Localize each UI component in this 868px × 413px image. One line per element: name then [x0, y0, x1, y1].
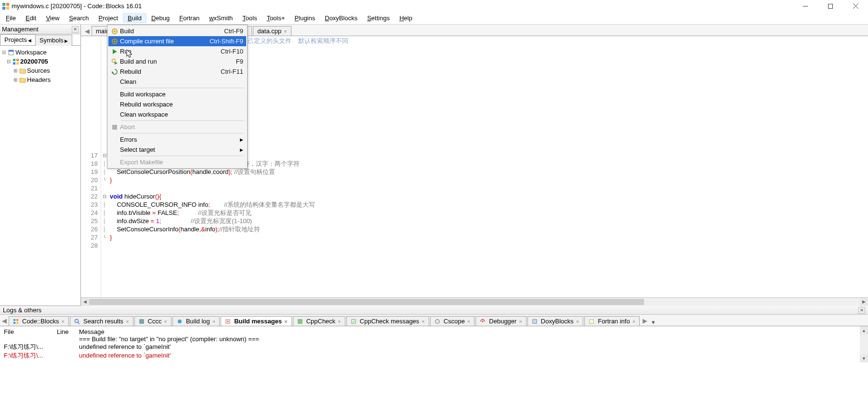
- log-tab-cscope[interactable]: Cscope×: [430, 316, 475, 326]
- log-tab-icon: [74, 319, 81, 324]
- menu-build[interactable]: Build: [123, 13, 146, 23]
- log-row[interactable]: F:\练习练习\...undefined reference to `gameI…: [4, 351, 864, 360]
- line-gutter: 171819202122232425262728: [81, 36, 101, 297]
- tab-close-icon[interactable]: ×: [164, 319, 167, 324]
- project-tree: ⊟ Workspace ⊟ 20200705 ⊞ Sources ⊞ Heade…: [0, 46, 80, 86]
- log-tab-icon: [225, 319, 232, 324]
- log-tab-code-blocks[interactable]: Code::Blocks×: [9, 316, 69, 326]
- log-tab-doxyblocks[interactable]: DoxyBlocks×: [527, 316, 583, 326]
- log-tab-cccc[interactable]: Cccc×: [134, 316, 171, 326]
- log-tab-icon: [589, 319, 595, 324]
- build-menu-build-and-run[interactable]: Build and runF9: [108, 56, 246, 67]
- menu-settings[interactable]: Settings: [362, 13, 395, 23]
- tab-close-icon[interactable]: ×: [467, 319, 470, 324]
- menu-plugins[interactable]: Plugins: [290, 13, 320, 23]
- logs-close-icon[interactable]: ✕: [858, 307, 865, 314]
- build-menu-select-target[interactable]: Select target▶: [108, 145, 246, 155]
- tree-expand-icon[interactable]: ⊞: [13, 77, 18, 82]
- log-tab-debugger[interactable]: Debugger×: [475, 316, 526, 326]
- scroll-up-icon[interactable]: ▲: [860, 326, 868, 334]
- tree-folder-sources[interactable]: ⊞ Sources: [1, 66, 79, 75]
- tab-close-icon[interactable]: ×: [576, 319, 579, 324]
- tab-close-icon[interactable]: ×: [284, 319, 287, 324]
- tab-close-icon[interactable]: ×: [62, 319, 65, 324]
- logs-scrollbar-v[interactable]: ▲ ▼: [860, 326, 868, 362]
- build-menu-rebuild[interactable]: RebuildCtrl-F11: [108, 67, 246, 77]
- menu-doxyblocks[interactable]: DoxyBlocks: [320, 13, 362, 23]
- scroll-left-icon[interactable]: ◀: [81, 298, 89, 306]
- log-tab-cppcheck-messages[interactable]: CppCheck messages×: [346, 316, 429, 326]
- log-tab-search-results[interactable]: Search results×: [70, 316, 133, 326]
- svg-rect-26: [140, 320, 144, 323]
- tree-project[interactable]: ⊟ 20200705: [1, 57, 79, 66]
- menu-view[interactable]: View: [41, 13, 64, 23]
- log-tab-build-log[interactable]: Build log×: [172, 316, 220, 326]
- scroll-track[interactable]: [89, 298, 860, 306]
- svg-rect-11: [16, 59, 19, 61]
- log-row[interactable]: === Build file: "no target" in "no proje…: [4, 335, 864, 343]
- menu-file[interactable]: File: [1, 13, 21, 23]
- tree-collapse-icon[interactable]: ⊟: [1, 50, 7, 55]
- tab-scroll-left-icon[interactable]: ◀: [83, 26, 92, 36]
- log-tab-cppcheck[interactable]: CppCheck×: [293, 316, 345, 326]
- folder-icon: [18, 77, 27, 83]
- editor-tab-data-cpp[interactable]: data.cpp×: [253, 26, 291, 36]
- svg-rect-20: [13, 319, 15, 321]
- svg-rect-23: [16, 322, 18, 324]
- tab-close-icon[interactable]: ×: [212, 319, 215, 324]
- build-menu-clean-workspace[interactable]: Clean workspace: [108, 109, 246, 120]
- scroll-down-icon[interactable]: ▼: [860, 354, 868, 362]
- tree-folder-headers[interactable]: ⊞ Headers: [1, 75, 79, 84]
- menu-debug[interactable]: Debug: [146, 13, 174, 23]
- tab-close-icon[interactable]: ×: [126, 319, 129, 324]
- build-menu-errors[interactable]: Errors▶: [108, 134, 246, 145]
- menu-toolsplus[interactable]: Tools+: [262, 13, 290, 23]
- mgmt-tab-projects[interactable]: Projects◀: [0, 34, 36, 45]
- build-menu-run[interactable]: RunCtrl-F10: [108, 46, 246, 56]
- menu-fortran[interactable]: Fortran: [174, 13, 204, 23]
- scroll-right-icon[interactable]: ▶: [860, 298, 868, 306]
- menu-help[interactable]: Help: [395, 13, 417, 23]
- build-menu-compile-current-file[interactable]: Compile current fileCtrl-Shift-F9: [108, 36, 246, 46]
- log-body[interactable]: FileLineMessage === Build file: "no targ…: [0, 326, 868, 362]
- tab-close-icon[interactable]: ×: [284, 28, 287, 34]
- build-menu-clean[interactable]: Clean: [108, 77, 246, 87]
- log-header: FileLineMessage: [4, 328, 864, 335]
- close-button[interactable]: [849, 2, 862, 11]
- build-menu-build-workspace[interactable]: Build workspace: [108, 89, 246, 99]
- menu-search[interactable]: Search: [64, 13, 93, 23]
- build-menu-rebuild-workspace[interactable]: Rebuild workspace: [108, 99, 246, 109]
- tab-scroll-right-icon[interactable]: ▶: [641, 315, 649, 326]
- maximize-button[interactable]: [824, 2, 837, 11]
- tree-collapse-icon[interactable]: ⊟: [6, 59, 12, 64]
- log-tab-fortran-info[interactable]: Fortran info×: [584, 316, 640, 326]
- tree-expand-icon[interactable]: ⊞: [13, 68, 18, 73]
- tree-workspace[interactable]: ⊟ Workspace: [1, 48, 79, 57]
- menu-tools[interactable]: Tools: [237, 13, 262, 23]
- logs-tabstrip: ◀ Code::Blocks×Search results×Cccc×Build…: [0, 315, 868, 326]
- menu-wxsmith[interactable]: wxSmith: [204, 13, 237, 23]
- log-tab-icon: [297, 319, 304, 324]
- tab-close-icon[interactable]: ×: [338, 319, 341, 324]
- mgmt-tab-symbols[interactable]: Symbols▶: [35, 35, 72, 46]
- editor-scrollbar-h[interactable]: ◀ ▶: [81, 297, 868, 306]
- build-menu-build[interactable]: BuildCtrl-F9: [108, 26, 246, 36]
- log-tab-build-messages[interactable]: Build messages×: [221, 316, 291, 326]
- tab-close-icon[interactable]: ×: [632, 319, 635, 324]
- tab-scroll-left-icon[interactable]: ◀: [0, 315, 9, 326]
- tab-close-icon[interactable]: ×: [519, 319, 522, 324]
- minimize-button[interactable]: [799, 2, 812, 11]
- svg-rect-0: [2, 3, 5, 6]
- app-icon: [2, 2, 10, 10]
- play-icon: [109, 49, 120, 54]
- tab-overflow-icon[interactable]: ▾: [649, 319, 657, 326]
- svg-rect-3: [6, 7, 9, 10]
- logs-title: Logs & others: [3, 306, 41, 314]
- scroll-thumb[interactable]: [89, 299, 644, 305]
- svg-point-34: [482, 320, 484, 322]
- tab-close-icon[interactable]: ×: [421, 319, 424, 324]
- menu-edit[interactable]: Edit: [21, 13, 41, 23]
- menu-project[interactable]: Project: [94, 13, 123, 23]
- log-row[interactable]: F:\练习练习\...undefined reference to `gameI…: [4, 343, 864, 351]
- management-close-icon[interactable]: ✕: [72, 26, 79, 33]
